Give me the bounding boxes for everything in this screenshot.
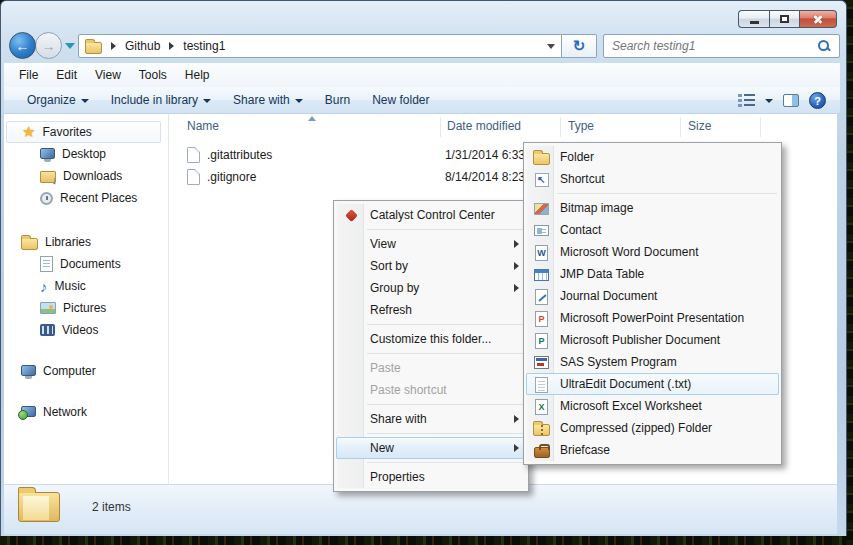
submenu-item-excel-worksheet[interactable]: XMicrosoft Excel Worksheet xyxy=(526,395,779,417)
file-name: .gitattributes xyxy=(207,148,272,162)
address-dropdown-icon[interactable] xyxy=(547,44,555,49)
clock-icon xyxy=(40,192,53,205)
maximize-button[interactable] xyxy=(769,10,800,28)
sidebar-item-label: Network xyxy=(43,405,87,419)
context-menu-item-sort-by[interactable]: Sort by xyxy=(336,255,526,277)
desktop-background-bottom xyxy=(0,535,853,545)
refresh-button[interactable]: ↻ xyxy=(562,34,597,58)
history-dropdown-icon[interactable] xyxy=(65,43,75,49)
excel-icon: X xyxy=(533,398,550,415)
context-menu-item-refresh[interactable]: Refresh xyxy=(336,299,526,321)
window-controls xyxy=(738,10,837,28)
menu-separator xyxy=(367,404,524,405)
forward-button[interactable]: → xyxy=(35,32,62,59)
burn-label: Burn xyxy=(325,93,350,107)
views-dropdown-icon[interactable] xyxy=(765,99,773,103)
submenu-item-jmp-data-table[interactable]: JMP Data Table xyxy=(526,263,779,285)
sidebar-item-libraries[interactable]: Libraries xyxy=(4,231,167,253)
powerpoint-icon: P xyxy=(533,310,550,327)
picture-icon xyxy=(40,302,56,314)
sidebar-item-music[interactable]: ♪Music xyxy=(4,275,167,297)
context-menu-item-share-with[interactable]: Share with xyxy=(336,408,526,430)
preview-pane-icon[interactable] xyxy=(783,94,799,107)
menu-help[interactable]: Help xyxy=(176,63,219,87)
sidebar-item-documents[interactable]: Documents xyxy=(4,253,167,275)
close-button[interactable] xyxy=(800,10,837,28)
submenu-item-briefcase[interactable]: Briefcase xyxy=(526,439,779,461)
minimize-button[interactable] xyxy=(738,10,769,28)
context-menu-item-properties[interactable]: Properties xyxy=(336,466,526,488)
forward-arrow-icon: → xyxy=(42,38,56,54)
refresh-icon: ↻ xyxy=(573,37,586,55)
sidebar-item-recent-places[interactable]: Recent Places xyxy=(4,187,167,209)
menu-item-label: Contact xyxy=(560,223,601,237)
submenu-item-journal-document[interactable]: Journal Document xyxy=(526,285,779,307)
folder-icon xyxy=(533,149,550,166)
sidebar-item-computer[interactable]: Computer xyxy=(4,360,167,382)
sidebar-item-label: Libraries xyxy=(45,235,91,249)
search-box[interactable] xyxy=(603,34,840,58)
maximize-icon xyxy=(780,15,789,23)
back-button[interactable]: ← xyxy=(9,32,36,59)
sidebar-item-favorites[interactable]: ★Favorites xyxy=(6,121,161,143)
column-header-type[interactable]: Type xyxy=(568,119,594,133)
context-menu-item-customize-this-folder[interactable]: Customize this folder... xyxy=(336,328,526,350)
jmp-icon xyxy=(533,266,550,283)
include-in-library-button[interactable]: Include in library xyxy=(100,88,222,113)
context-menu-item-catalyst-control-center[interactable]: Catalyst Control Center xyxy=(336,204,526,226)
column-divider[interactable] xyxy=(440,117,441,137)
submenu-item-bitmap-image[interactable]: Bitmap image xyxy=(526,197,779,219)
sidebar-item-label: Desktop xyxy=(62,147,106,161)
submenu-item-contact[interactable]: Contact xyxy=(526,219,779,241)
menu-tools[interactable]: Tools xyxy=(130,63,176,87)
breadcrumb-github[interactable]: Github xyxy=(125,39,160,53)
menu-item-label: Paste xyxy=(370,361,401,375)
menu-item-label: Sort by xyxy=(370,259,408,273)
burn-button[interactable]: Burn xyxy=(314,88,361,113)
column-header-size[interactable]: Size xyxy=(688,119,711,133)
context-menu-item-group-by[interactable]: Group by xyxy=(336,277,526,299)
new-folder-button[interactable]: New folder xyxy=(361,88,440,113)
search-input[interactable] xyxy=(612,39,817,53)
column-header-name[interactable]: Name xyxy=(187,119,219,133)
chevron-down-icon xyxy=(295,99,303,103)
contact-icon xyxy=(533,222,550,239)
breadcrumb-separator-icon xyxy=(169,42,174,50)
sidebar-item-desktop[interactable]: Desktop xyxy=(4,143,167,165)
submenu-item-powerpoint-presentation[interactable]: PMicrosoft PowerPoint Presentation xyxy=(526,307,779,329)
menu-item-label: Bitmap image xyxy=(560,201,633,215)
column-divider[interactable] xyxy=(560,117,561,137)
share-with-button[interactable]: Share with xyxy=(222,88,314,113)
menu-item-label: Customize this folder... xyxy=(370,332,491,346)
menu-edit[interactable]: Edit xyxy=(47,63,86,87)
desktop: ← → Github testing1 ↻ File Edit View Too… xyxy=(0,0,853,545)
submenu-item-shortcut[interactable]: ↖Shortcut xyxy=(526,168,779,190)
submenu-item-compressed-folder[interactable]: Compressed (zipped) Folder xyxy=(526,417,779,439)
submenu-item-publisher-document[interactable]: PMicrosoft Publisher Document xyxy=(526,329,779,351)
organize-button[interactable]: Organize xyxy=(16,88,100,113)
submenu-item-word-document[interactable]: WMicrosoft Word Document xyxy=(526,241,779,263)
sidebar-item-downloads[interactable]: Downloads xyxy=(4,165,167,187)
menu-view[interactable]: View xyxy=(86,63,130,87)
context-menu-item-view[interactable]: View xyxy=(336,233,526,255)
menu-item-label: JMP Data Table xyxy=(560,267,644,281)
column-divider[interactable] xyxy=(680,117,681,137)
column-divider[interactable] xyxy=(760,117,761,137)
item-count: 2 items xyxy=(92,500,131,514)
sidebar-item-videos[interactable]: Videos xyxy=(4,319,167,341)
menu-file[interactable]: File xyxy=(10,63,47,87)
help-icon[interactable]: ? xyxy=(809,92,826,109)
sidebar-item-pictures[interactable]: Pictures xyxy=(4,297,167,319)
sidebar-item-network[interactable]: Network xyxy=(4,401,167,423)
submenu-item-sas-system-program[interactable]: SAS System Program xyxy=(526,351,779,373)
organize-label: Organize xyxy=(27,93,76,107)
breadcrumb-testing1[interactable]: testing1 xyxy=(183,39,225,53)
views-list-icon[interactable] xyxy=(738,94,755,107)
address-bar[interactable]: Github testing1 xyxy=(78,34,562,58)
film-icon xyxy=(40,324,55,336)
submenu-item-ultraedit-document[interactable]: UltraEdit Document (.txt) xyxy=(526,373,779,395)
context-menu-item-new[interactable]: New xyxy=(336,437,526,459)
column-header-date-modified[interactable]: Date modified xyxy=(447,119,521,133)
submenu-item-folder[interactable]: Folder xyxy=(526,146,779,168)
briefcase-icon xyxy=(533,442,550,459)
